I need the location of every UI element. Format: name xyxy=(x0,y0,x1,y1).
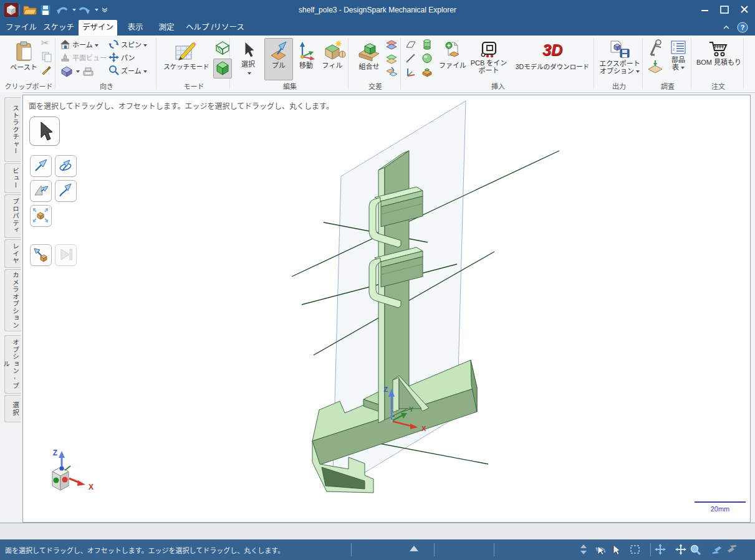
zoom-button[interactable]: ズーム xyxy=(108,65,147,78)
spin-button[interactable]: スピン xyxy=(108,39,147,52)
palette-pull-straight-button[interactable] xyxy=(30,155,52,177)
cut-icon[interactable]: ✂ xyxy=(41,37,49,49)
collapse-ribbon-icon[interactable] xyxy=(722,24,731,31)
palette-scale-button[interactable] xyxy=(30,205,52,227)
pan-label: パン xyxy=(121,54,135,62)
tab-file[interactable]: ファイル xyxy=(5,20,37,36)
pull-tool-button[interactable]: プル xyxy=(264,38,293,80)
sidebar-tab-properties[interactable]: プロパティ xyxy=(4,194,21,238)
plan-view-label: 平面ビュー xyxy=(72,54,107,62)
tab-display[interactable]: 表示 xyxy=(121,20,150,36)
solid-mode-button[interactable] xyxy=(213,59,232,78)
fill-label: フィル xyxy=(320,62,345,70)
measure-calipers-icon[interactable] xyxy=(647,39,663,56)
save-icon[interactable] xyxy=(40,4,51,16)
insert-shell-icon[interactable] xyxy=(421,66,433,77)
group-separator xyxy=(156,38,156,89)
home-view-button[interactable]: ホーム xyxy=(60,39,99,52)
undo-icon[interactable] xyxy=(55,4,70,16)
paste-button[interactable]: ペースト xyxy=(6,38,41,80)
redo-dropdown-icon[interactable] xyxy=(95,9,99,11)
sketch-mode-icon xyxy=(175,40,198,62)
scale-body-icon xyxy=(32,207,49,223)
qat-customize-icon[interactable] xyxy=(101,7,108,13)
minimize-button[interactable] xyxy=(696,4,713,16)
palette-draft-button[interactable] xyxy=(30,180,52,202)
tab-measure[interactable]: 測定 xyxy=(152,20,181,36)
blend-icon[interactable] xyxy=(337,49,347,59)
sidebar-tab-selection[interactable]: 選択 xyxy=(4,395,21,422)
close-button[interactable] xyxy=(736,4,753,16)
insert-file-button[interactable]: ファイル xyxy=(438,38,468,80)
status-select-icon[interactable] xyxy=(611,544,621,556)
pcb-icon xyxy=(480,40,498,58)
palette-select-button[interactable] xyxy=(29,116,60,146)
plan-view-button[interactable]: 平面ビュー xyxy=(60,52,107,65)
model-download-button[interactable]: 3D 3Dモデルのダウンロード xyxy=(511,38,594,80)
status-pan-icon[interactable] xyxy=(675,544,686,555)
insert-cylinder-icon[interactable] xyxy=(421,39,433,50)
view-cube-icon[interactable] xyxy=(61,66,72,77)
tab-sketch[interactable]: スケッチ xyxy=(41,20,76,36)
palette-next-button[interactable] xyxy=(55,244,77,266)
sidebar-tab-layers[interactable]: レイヤ xyxy=(4,239,21,268)
open-file-icon[interactable] xyxy=(23,4,37,16)
status-zoom-icon[interactable] xyxy=(690,544,702,556)
maximize-button[interactable] xyxy=(716,4,733,16)
corner-triad[interactable]: Z X xyxy=(52,448,94,491)
status-spinner-icon[interactable] xyxy=(580,544,587,555)
insert-plane-icon[interactable] xyxy=(405,39,416,50)
extract-face-icon[interactable] xyxy=(647,59,663,74)
parts-list-button[interactable]: 1 2 部品 表 xyxy=(666,38,691,80)
cart-icon xyxy=(708,40,729,57)
status-box-select-icon[interactable] xyxy=(630,544,641,555)
document-tab-strip: shelf_pole3 × xyxy=(0,523,755,539)
palette-sweep-button[interactable] xyxy=(55,180,77,202)
palette-revolve-button[interactable] xyxy=(55,155,77,177)
insert-line-icon[interactable] xyxy=(405,53,416,64)
sidebar-tab-camera-options[interactable]: カメラオプション xyxy=(4,269,21,331)
palette-pull-to-button[interactable] xyxy=(30,244,52,266)
status-bar: 面を選択してドラッグし、オフセットします。エッジを選択してドラッグし、丸くします… xyxy=(0,539,755,560)
group-label-orientation: 向き xyxy=(57,81,156,90)
insert-axes-icon[interactable] xyxy=(405,67,416,77)
redo-icon[interactable] xyxy=(77,4,92,16)
help-icon[interactable]: ? xyxy=(737,22,748,33)
status-up-to-top-icon[interactable] xyxy=(408,544,421,555)
tab-design[interactable]: デザイン xyxy=(79,20,117,36)
move-tool-button[interactable]: 移動 xyxy=(293,38,319,80)
status-undo-select-icon[interactable] xyxy=(592,544,607,556)
parts-list-label-line1: 部品 xyxy=(671,56,685,64)
export-options-button[interactable]: エクスポート オプション xyxy=(597,38,642,80)
app-logo-icon[interactable] xyxy=(4,3,18,17)
3d-scene-canvas[interactable]: Z Y X Z X 20mm xyxy=(22,95,751,523)
insert-sphere-icon[interactable] xyxy=(421,53,433,64)
group-label-output: 出力 xyxy=(596,81,642,90)
group-separator xyxy=(642,38,643,89)
sketch-mode-button[interactable]: スケッチモード xyxy=(161,38,212,80)
project-to-solid-icon[interactable] xyxy=(385,65,398,78)
tab-help[interactable]: ヘルプ /リソース xyxy=(185,20,246,36)
sidebar-tab-view[interactable]: ビュー xyxy=(4,163,21,193)
view-cube-dropdown-icon[interactable] xyxy=(76,70,80,73)
split-face-icon[interactable] xyxy=(385,52,398,65)
select-tool-button[interactable]: 選択 xyxy=(233,38,263,80)
status-spin-icon[interactable] xyxy=(655,544,666,555)
zoom-label: ズーム xyxy=(121,67,142,75)
view-snapshot-icon[interactable] xyxy=(82,66,95,77)
undo-dropdown-icon[interactable] xyxy=(72,9,76,11)
sidebar-tab-options-pull[interactable]: オプション - プル xyxy=(4,335,21,394)
status-next-view-icon[interactable] xyxy=(726,544,738,555)
sidebar-tab-structure[interactable]: ストラクチャー xyxy=(4,97,21,162)
section-mode-button[interactable] xyxy=(213,39,232,58)
fill-tool-button[interactable]: フィル xyxy=(319,38,345,80)
bom-quote-button[interactable]: BOM 見積もり xyxy=(695,38,743,80)
pcb-import-button[interactable]: PCB をインポート xyxy=(468,38,510,80)
split-body-icon[interactable] xyxy=(385,39,398,51)
pan-button[interactable]: パン xyxy=(108,52,135,65)
status-previous-view-icon[interactable] xyxy=(711,544,723,555)
scale-bar: 20mm xyxy=(695,502,746,513)
copy-icon[interactable] xyxy=(41,51,52,62)
format-painter-icon[interactable] xyxy=(41,64,52,75)
combine-button[interactable]: 組合せ xyxy=(353,38,385,80)
